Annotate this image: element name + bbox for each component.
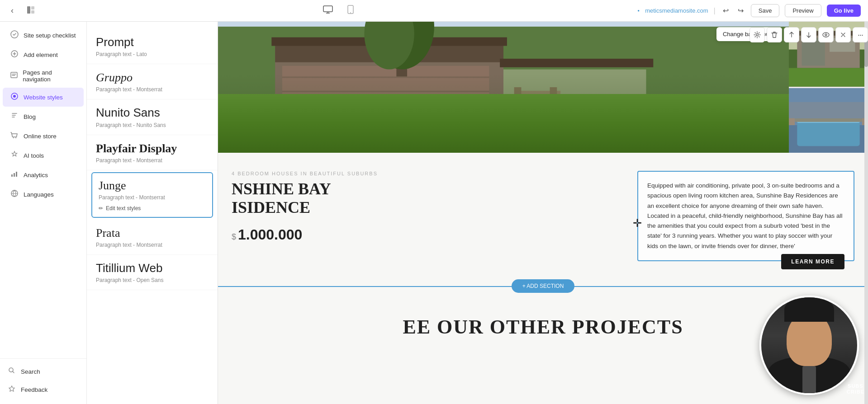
sidebar-label-ai-tools: AI tools [24,152,44,159]
svg-rect-53 [795,118,862,122]
webcam-mic [802,366,816,393]
topbar: ‹ ● meticsmediamosite.com | ↩ ↪ Save Pre… [0,0,868,22]
webcam-person [761,297,857,393]
svg-rect-29 [503,70,646,151]
font-item-gruppo[interactable]: Gruppo Paragraph text - Montserrat [87,64,218,99]
golive-button[interactable]: Go live [827,5,861,17]
more-options-button[interactable]: ··· [853,27,868,42]
sidebar-item-languages[interactable]: Languages [3,185,84,204]
main-layout: Site setup checklist Add element Pages a… [0,22,868,404]
learn-more-button[interactable]: LEARN MORE [781,254,844,269]
sidebar-item-online-store[interactable]: Online store [3,127,84,146]
sidebar-item-search[interactable]: Search [0,362,86,381]
blog-icon [10,112,19,122]
website-styles-icon [10,92,19,102]
content-price: $1.000.000 [232,226,628,243]
sidebar-item-analytics[interactable]: Analytics [3,165,84,184]
delete-button[interactable] [767,27,782,42]
font-item-nunito[interactable]: Nunito Sans Paragraph text - Nunito Sans [87,99,218,135]
svg-marker-18 [9,386,14,391]
svg-rect-27 [282,119,489,121]
site-setup-icon [10,30,19,40]
svg-rect-28 [282,134,489,135]
add-element-icon [10,50,19,60]
add-section-button[interactable]: + ADD SECTION [512,279,575,293]
sidebar-item-feedback[interactable]: Feedback [0,381,86,399]
edit-icon: ✏ [99,205,103,211]
content-title-line1: NSHINE BAY [232,180,331,198]
ai-tools-icon [10,150,19,160]
status-dot: ● [637,9,640,13]
sidebar-label-languages: Languages [24,191,54,198]
divider: | [714,7,716,15]
font-item-titillium[interactable]: Titillium Web Paragraph text - Open Sans [87,255,218,290]
topbar-center [319,3,357,18]
font-name-playfair: Playfair Display [96,141,209,155]
svg-rect-31 [500,59,653,67]
currency-symbol: $ [232,232,236,241]
svg-rect-15 [16,172,17,177]
svg-rect-39 [550,87,557,105]
edit-text-styles-label: Edit text styles [106,205,141,211]
font-item-prompt[interactable]: Prompt Paragraph text - Lato [87,29,218,64]
svg-rect-1 [31,6,34,9]
visible-button[interactable] [818,27,834,42]
sidebar-label-feedback: Feedback [21,386,47,393]
move-cursor-icon: ✛ [633,217,642,230]
sidebar-bottom: Search Feedback [0,358,86,404]
content-left: 4 BEDROOM HOUSES IN BEAUTIFUL SUBURBS NS… [232,171,628,261]
sidebar-item-website-styles[interactable]: Website styles [3,88,84,107]
move-up-button[interactable] [784,27,799,42]
preview-button[interactable]: Preview [785,4,821,17]
font-name-gruppo: Gruppo [96,70,209,85]
price-value: 1.000.000 [238,226,302,243]
svg-rect-37 [518,91,561,97]
settings-button[interactable] [749,27,765,42]
sidebar-label-pages: Pages and navigation [23,69,76,83]
sidebar-label-website-styles: Website styles [24,94,63,101]
content-subtitle: 4 BEDROOM HOUSES IN BEAUTIFUL SUBURBS [232,171,628,176]
remove-button[interactable] [835,27,851,42]
font-name-titillium: Titillium Web [96,261,209,275]
domain-label: meticsmediamosite.com [645,7,708,14]
content-section: 4 BEDROOM HOUSES IN BEAUTIFUL SUBURBS NS… [218,153,868,270]
sidebar-item-site-setup[interactable]: Site setup checklist [3,26,84,45]
back-button[interactable]: ‹ [7,4,17,17]
sidebar-label-add-element: Add element [24,52,58,58]
font-item-playfair[interactable]: Playfair Display Paragraph text - Montse… [87,135,218,170]
font-desc-prata: Paragraph text - Montserrat [96,242,209,248]
mobile-device-button[interactable] [344,3,357,18]
svg-rect-8 [11,72,17,78]
save-button[interactable]: Save [751,4,780,17]
font-desc-playfair: Paragraph text - Montserrat [96,157,209,164]
svg-point-58 [823,33,829,37]
subscribe-badge: SUBSCRIBE [847,383,864,395]
font-item-junge[interactable]: Junge Paragraph text - Montserrat ✏ Edit… [91,172,213,218]
svg-rect-14 [14,173,15,177]
sidebar-item-pages[interactable]: Pages and navigation [3,65,84,87]
move-down-button[interactable] [801,27,816,42]
sidebar-item-blog[interactable]: Blog [3,107,84,126]
font-item-prata[interactable]: Prata Paragraph text - Montserrat [87,220,218,255]
sidebar-label-search: Search [21,368,40,375]
svg-rect-23 [282,66,489,151]
edit-text-styles-button[interactable]: ✏ Edit text styles [99,205,141,211]
element-toolbar: ··· [749,27,868,42]
desktop-device-button[interactable] [319,4,337,18]
sidebar-item-ai-tools[interactable]: AI tools [3,146,84,165]
gallery-section: Change background [218,22,868,153]
canvas-scrollbar[interactable] [864,22,868,404]
redo-button[interactable]: ↪ [736,5,745,17]
font-desc-titillium: Paragraph text - Open Sans [96,277,209,283]
font-desc-gruppo: Paragraph text - Montserrat [96,86,209,93]
sidebar-item-add-element[interactable]: Add element [3,45,84,64]
svg-rect-0 [27,6,30,14]
sidebar-label-blog: Blog [24,113,36,120]
sidebar-label-analytics: Analytics [24,172,48,179]
content-description-box[interactable]: Equipped with air conditioning, private … [637,171,854,261]
font-name-nunito: Nunito Sans [96,106,209,120]
panel-toggle-button[interactable] [23,4,39,18]
undo-button[interactable]: ↩ [721,5,730,17]
store-icon [10,131,19,141]
webcam-cap [784,297,834,322]
